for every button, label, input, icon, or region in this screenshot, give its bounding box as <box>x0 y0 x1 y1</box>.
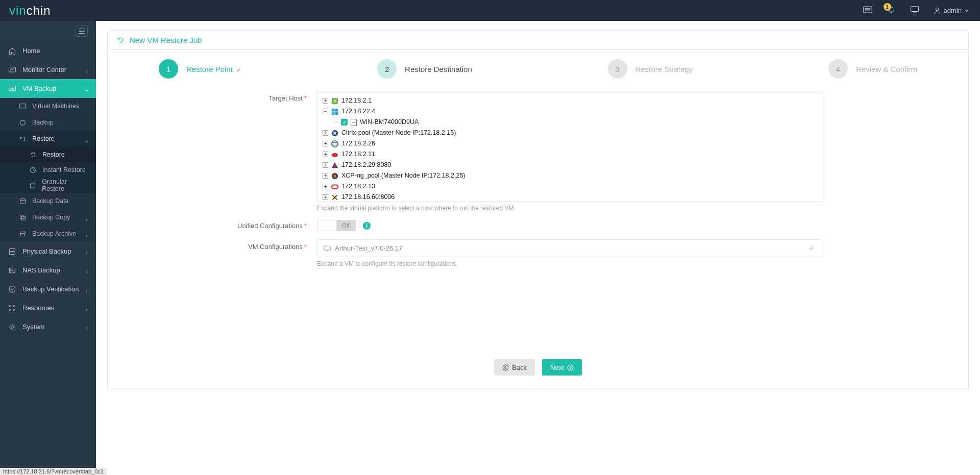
target-host-hint: Expand the virtual platform to select a … <box>317 205 822 212</box>
nav-instant-restore[interactable]: Instant Restore <box>0 162 96 178</box>
svg-text:NAS: NAS <box>10 269 15 272</box>
nav-home[interactable]: Home <box>0 41 96 60</box>
next-button[interactable]: Next <box>542 359 582 376</box>
user-menu[interactable]: admin <box>934 7 969 14</box>
tree-node[interactable]: 172.18.2.13 <box>323 181 817 192</box>
svg-rect-19 <box>20 233 24 236</box>
svg-point-7 <box>936 8 939 11</box>
nav-monitor-center[interactable]: Monitor Center <box>0 60 96 79</box>
nav-granular-restore[interactable]: Granular Restore <box>0 178 96 193</box>
card-header: New VM Restore Job <box>108 31 968 50</box>
svg-text:VM: VM <box>10 87 15 90</box>
tree-node[interactable]: 172.18.2.11 <box>323 149 817 160</box>
info-icon[interactable]: i <box>363 222 371 230</box>
wizard-steps: 1 Restore Point ✓ 2 Restore Destination … <box>138 59 938 91</box>
nav-resources[interactable]: Resources <box>0 298 96 317</box>
tree-node[interactable]: 172.18.2.29:8080 <box>323 160 817 170</box>
xcpng-icon <box>331 172 338 180</box>
svg-point-36 <box>332 142 338 145</box>
user-name: admin <box>944 7 962 14</box>
back-button[interactable]: Back <box>494 359 535 376</box>
notification-bell-icon[interactable]: 1 <box>887 6 896 15</box>
svg-rect-21 <box>9 252 15 254</box>
nav-backup[interactable]: Backup <box>0 114 96 131</box>
nav-backup-archive[interactable]: Backup Archive <box>0 226 96 242</box>
svg-point-25 <box>13 305 15 307</box>
platform-icon <box>331 140 338 147</box>
expand-icon[interactable] <box>323 173 328 179</box>
svg-point-24 <box>9 305 11 307</box>
svg-point-26 <box>9 309 11 311</box>
svg-rect-33 <box>335 112 338 115</box>
label-target-host: Target Host* <box>138 91 307 102</box>
brand-logo: vinchin <box>9 4 51 18</box>
list-icon[interactable] <box>863 6 872 15</box>
nav-vm-backup[interactable]: VM VM Backup <box>0 79 96 98</box>
sidebar-collapse[interactable] <box>0 21 96 41</box>
topbar: vinchin 1 admin <box>0 0 980 21</box>
expand-icon[interactable] <box>323 194 328 200</box>
status-bar-url: https://172.18.21.6/?vmrecover#tab_0c1 <box>0 468 107 475</box>
monitor-icon[interactable] <box>910 6 919 15</box>
main-content: New VM Restore Job 1 Restore Point ✓ 2 R… <box>96 21 980 475</box>
target-host-tree[interactable]: 172.18.2.1 172.18.22.4 ✓WIN-BM74000D9UA … <box>317 91 822 202</box>
nav-backup-copy[interactable]: Backup Copy <box>0 209 96 226</box>
expand-icon[interactable] <box>323 184 328 189</box>
svg-rect-11 <box>20 104 26 108</box>
expand-icon[interactable] <box>323 98 328 104</box>
nav-system[interactable]: System <box>0 317 96 336</box>
svg-rect-30 <box>332 108 335 111</box>
unified-config-toggle[interactable]: Off <box>317 220 356 231</box>
server-icon <box>351 119 357 126</box>
svg-rect-29 <box>332 97 338 104</box>
nav-backup-data[interactable]: Backup Data <box>0 193 96 209</box>
checkbox-checked[interactable]: ✓ <box>341 119 348 126</box>
label-vm-config: VM Configurations* <box>138 239 307 251</box>
expand-icon[interactable] <box>323 130 328 136</box>
nav-physical-backup[interactable]: Physical Backup <box>0 242 96 261</box>
tree-node[interactable]: 172.18.22.4 <box>323 106 817 117</box>
svg-point-27 <box>13 309 15 311</box>
tree-node[interactable]: XCP-ng_pool (Master Node IP:172.18.2.25) <box>323 170 817 181</box>
collapse-icon[interactable] <box>323 109 328 114</box>
step-review-confirm: 4 Review & Confirm <box>828 59 917 79</box>
notification-badge: 1 <box>884 3 891 11</box>
tree-node[interactable]: Citrix-pool (Master Node IP:172.18.2.15) <box>323 128 817 138</box>
windows-icon <box>331 108 338 115</box>
vm-config-hint: Expand a VM to configure its restore con… <box>317 260 822 267</box>
expand-plus-icon[interactable]: ＋ <box>807 243 816 254</box>
tree-node-host[interactable]: ✓WIN-BM74000D9UA <box>323 117 817 128</box>
tree-node[interactable]: 172.18.16.60:8006 <box>323 192 817 203</box>
nav-virtual-machines[interactable]: Virtual Machines <box>0 98 96 114</box>
svg-rect-42 <box>332 185 338 188</box>
svg-rect-43 <box>324 246 330 250</box>
svg-point-45 <box>503 365 508 370</box>
svg-point-41 <box>333 174 336 177</box>
refresh-icon <box>117 36 125 44</box>
expand-icon[interactable] <box>323 162 328 168</box>
sangfor-icon <box>331 162 338 169</box>
oracle-icon <box>331 183 338 190</box>
nav-backup-verification[interactable]: Backup Verification <box>0 280 96 298</box>
expand-icon[interactable] <box>323 152 328 157</box>
svg-point-37 <box>332 153 338 157</box>
svg-point-28 <box>11 326 14 328</box>
expand-icon[interactable] <box>323 141 328 146</box>
nav-restore-group[interactable]: Restore <box>0 131 96 147</box>
nav-nas-backup[interactable]: NAS NAS Backup <box>0 261 96 280</box>
step-restore-destination: 2 Restore Destination <box>377 59 472 79</box>
tree-node[interactable]: 172.18.2.1 <box>323 95 817 106</box>
svg-point-35 <box>332 140 338 146</box>
vm-config-item[interactable]: Arthur-Test_v7.0-26.17 ＋ <box>317 239 822 257</box>
step-restore-strategy: 3 Restore Strategy <box>608 59 693 79</box>
svg-point-46 <box>568 365 573 370</box>
svg-rect-16 <box>20 215 24 218</box>
arrow-left-icon <box>502 364 509 371</box>
proxmox-icon <box>331 194 338 201</box>
svg-rect-4 <box>911 7 918 12</box>
nav-restore[interactable]: Restore <box>0 147 96 162</box>
tree-node[interactable]: 172.18.2.26 <box>323 138 817 149</box>
step-restore-point[interactable]: 1 Restore Point ✓ <box>159 59 241 79</box>
citrix-icon <box>331 130 338 137</box>
vm-name: Arthur-Test_v7.0-26.17 <box>335 244 402 252</box>
